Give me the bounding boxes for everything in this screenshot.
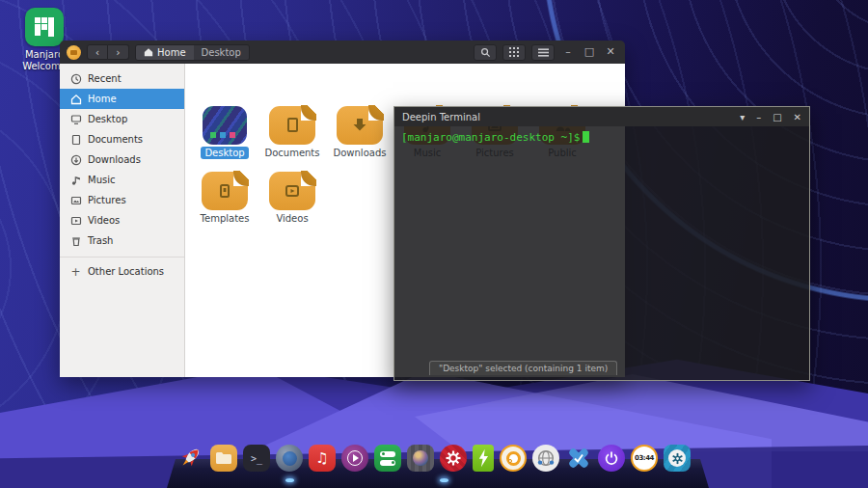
terminal-window: Deepin Terminal ▾ – □ ✕ [manjaro@manjaro… — [393, 106, 810, 381]
search-icon — [480, 47, 491, 58]
terminal-menu-button[interactable]: ▾ — [740, 112, 745, 122]
breadcrumb-desktop[interactable]: Desktop — [194, 45, 249, 60]
download-icon — [69, 153, 82, 166]
sidebar-item-documents[interactable]: Documents — [60, 129, 184, 149]
document-icon — [69, 133, 82, 146]
templates-folder-icon — [202, 172, 248, 210]
dock-item-settings[interactable] — [440, 445, 467, 472]
desktop-icon — [69, 113, 82, 125]
terminal-minimize-button[interactable]: – — [756, 112, 761, 122]
dock-item-launcher-rocket[interactable] — [177, 445, 204, 472]
rocket-icon — [177, 445, 204, 472]
sidebar-item-recent[interactable]: Recent — [60, 68, 184, 89]
running-indicator — [285, 478, 294, 482]
breadcrumb-home[interactable]: Home — [136, 45, 194, 60]
menu-button[interactable] — [531, 44, 555, 61]
sidebar-item-home[interactable]: Home — [60, 89, 184, 109]
play-circle-icon — [347, 450, 363, 466]
terminal-body[interactable]: [manjaro@manjaro-desktop ~]$ — [394, 126, 809, 380]
dock-item-power-manager[interactable] — [473, 445, 494, 472]
search-button[interactable] — [474, 44, 497, 61]
power-icon — [604, 450, 619, 466]
minimize-button[interactable]: – — [560, 44, 576, 60]
file-manager-titlebar[interactable]: ‹ › Home Desktop – — [60, 41, 625, 64]
dock-item-manjaro-settings[interactable] — [664, 445, 691, 472]
dock-item-x-app[interactable] — [565, 445, 592, 472]
documents-folder-icon — [269, 106, 315, 145]
file-item-templates[interactable]: Templates — [194, 172, 256, 224]
sidebar-separator — [60, 257, 184, 258]
dock-item-session-power[interactable] — [598, 445, 625, 472]
file-label: Templates — [194, 213, 256, 224]
gear-icon — [444, 448, 463, 468]
dock: >_ ♫ — [177, 445, 691, 474]
terminal-titlebar[interactable]: Deepin Terminal ▾ – □ ✕ — [394, 107, 809, 126]
dock-item-sphere-app[interactable] — [407, 445, 434, 472]
running-indicator — [440, 478, 448, 482]
downloads-folder-icon — [337, 106, 383, 145]
breadcrumb[interactable]: Home Desktop — [135, 44, 250, 61]
view-grid-button[interactable] — [502, 44, 526, 61]
file-item-documents[interactable]: Documents — [261, 106, 323, 158]
forward-button[interactable]: › — [108, 44, 129, 60]
file-item-videos[interactable]: Videos — [261, 172, 323, 224]
sidebar-item-videos[interactable]: Videos — [60, 210, 184, 230]
hamburger-menu-icon — [538, 48, 549, 57]
toggle-pill-icon — [380, 451, 395, 457]
terminal-prompt-icon: >_ — [251, 453, 262, 464]
check-icon — [573, 452, 584, 464]
dial-knob-icon — [506, 451, 521, 466]
lightning-icon — [476, 448, 490, 468]
sidebar-item-trash[interactable]: Trash — [60, 230, 184, 251]
file-label: Videos — [261, 213, 323, 224]
file-label: Downloads — [329, 148, 391, 158]
dock-item-web-browser[interactable] — [276, 445, 303, 472]
desktop-folder-icon — [203, 106, 247, 145]
videos-icon — [69, 214, 82, 227]
home-icon — [144, 47, 153, 57]
home-icon — [69, 93, 82, 105]
sidebar-item-downloads[interactable]: Downloads — [60, 149, 184, 170]
sidebar-item-desktop[interactable]: Desktop — [60, 109, 184, 129]
file-item-desktop[interactable]: Desktop — [194, 106, 256, 158]
clock-time: 03:44 — [635, 454, 654, 462]
status-bar: "Desktop" selected (containing 1 item) — [429, 361, 617, 375]
terminal-title: Deepin Terminal — [402, 112, 480, 122]
sidebar: Recent Home Desktop Documents Downloads — [60, 64, 185, 377]
file-item-downloads[interactable]: Downloads — [329, 106, 391, 158]
toggle-pill-icon — [380, 460, 395, 466]
music-icon — [69, 174, 82, 186]
sphere-icon — [413, 450, 428, 466]
dock-item-music-player[interactable]: ♫ — [309, 445, 336, 472]
terminal-close-button[interactable]: ✕ — [794, 112, 801, 122]
dock-item-dial-app[interactable] — [500, 445, 527, 472]
dock-item-clock[interactable]: 03:44 — [631, 445, 658, 472]
shell-prompt: [manjaro@manjaro-desktop ~]$ — [401, 131, 580, 144]
maximize-button[interactable]: □ — [582, 44, 597, 60]
terminal-maximize-button[interactable]: □ — [773, 112, 781, 122]
close-button[interactable]: ✕ — [603, 44, 618, 60]
pictures-icon — [69, 194, 82, 206]
dock-item-file-manager[interactable] — [210, 445, 237, 472]
file-label: Documents — [261, 148, 323, 158]
terminal-cursor — [583, 131, 589, 143]
files-app-icon — [67, 45, 81, 60]
sidebar-item-pictures[interactable]: Pictures — [60, 190, 184, 210]
manjaro-logo-icon — [25, 8, 64, 46]
sidebar-item-other-locations[interactable]: + Other Locations — [60, 261, 184, 282]
trash-icon — [69, 234, 82, 247]
back-button[interactable]: ‹ — [87, 44, 108, 60]
settings-wheel-icon — [668, 449, 686, 467]
sidebar-item-music[interactable]: Music — [60, 170, 184, 190]
browser-globe-icon — [283, 451, 297, 466]
dock-item-network-app[interactable] — [532, 445, 559, 472]
dock-item-media-player[interactable] — [341, 445, 368, 472]
grid-view-icon — [509, 47, 519, 57]
dock-item-terminal[interactable]: >_ — [243, 445, 270, 472]
file-label: Desktop — [201, 147, 248, 159]
desktop-wallpaper: Manjaro Welcome ‹ › Home Desktop — [0, 0, 868, 488]
videos-folder-icon — [269, 172, 315, 210]
dock-item-toggles-app[interactable] — [374, 445, 401, 472]
folder-icon — [215, 451, 232, 465]
globe-bluetooth-icon — [535, 447, 556, 469]
